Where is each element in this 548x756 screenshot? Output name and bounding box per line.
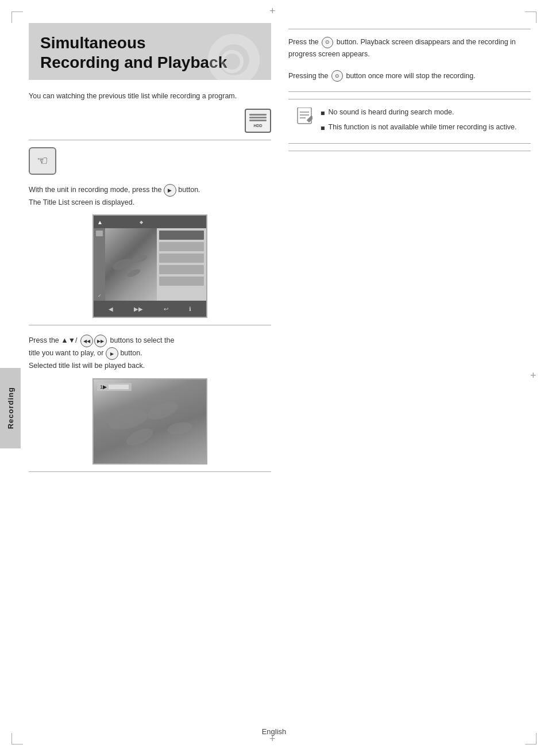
cross-mark-right bbox=[530, 373, 539, 382]
screen-row-3 bbox=[159, 254, 204, 263]
main-content: Simultaneous Recording and Playback You … bbox=[29, 23, 531, 513]
left-column: Simultaneous Recording and Playback You … bbox=[29, 23, 271, 479]
sidebar-recording-label: Recording bbox=[0, 368, 21, 448]
press-btn-2: ⊙ bbox=[331, 70, 343, 82]
press-text-1: Press the ⊙ button. Playback screen disa… bbox=[288, 36, 531, 61]
hdd-icon-container: HDD bbox=[29, 109, 271, 133]
note-item-2: ■ This function is not available while t… bbox=[321, 121, 525, 134]
divider-3 bbox=[29, 471, 271, 472]
hdd-lines bbox=[249, 114, 267, 121]
playback-screen: 1▶ bbox=[92, 378, 207, 465]
sidebar-recording-text: Recording bbox=[6, 387, 15, 429]
svg-point-0 bbox=[111, 257, 133, 273]
screen-bird-image bbox=[105, 228, 157, 301]
corner-mark-tl bbox=[11, 11, 23, 23]
right-divider-bottom bbox=[288, 151, 531, 151]
screen-row-1 bbox=[159, 231, 204, 240]
step2-btn-2: ▶▶ bbox=[94, 335, 107, 347]
divider-2 bbox=[29, 325, 271, 325]
note-item-1: ■ No sound is heard during search mode. bbox=[321, 106, 525, 119]
screen-content: ✓ bbox=[94, 228, 206, 301]
svg-point-2 bbox=[126, 268, 141, 279]
sidebar-checkmark: ✓ bbox=[98, 293, 102, 298]
press-text-2-p2: button once more will stop the recording… bbox=[346, 72, 475, 80]
screen-arrow: ▲ bbox=[97, 219, 103, 225]
screen-top-bar: ▲ ◆ bbox=[94, 216, 206, 228]
note-bullet-1: ■ bbox=[321, 108, 325, 119]
hdd-line-1 bbox=[249, 114, 267, 116]
hdd-line-2 bbox=[249, 117, 267, 118]
cross-mark-bottom bbox=[269, 736, 279, 746]
bottom-btn-2: ▶▶ bbox=[134, 306, 143, 312]
step1-text: With the unit in recording mode, press t… bbox=[29, 182, 271, 209]
screen-row-2 bbox=[159, 242, 204, 251]
screen-bottom-bar: ◀ ▶▶ ↩ ℹ bbox=[94, 301, 206, 317]
note-bullet-2: ■ bbox=[321, 122, 325, 134]
step1-text-line3: The Title List screen is displayed. bbox=[29, 198, 134, 206]
press-btn-1: ⊙ bbox=[322, 37, 333, 48]
right-column: Press the ⊙ button. Playback screen disa… bbox=[288, 23, 531, 479]
language-label: English bbox=[0, 727, 548, 736]
corner-mark-tr bbox=[525, 11, 537, 23]
step2-btn-1: ◀◀ bbox=[80, 335, 93, 347]
note-pencil-icon bbox=[296, 108, 312, 126]
title-line1: Simultaneous bbox=[40, 34, 146, 52]
right-divider-top bbox=[288, 29, 531, 29]
cross-top bbox=[269, 9, 279, 20]
note-items-list: ■ No sound is heard during search mode. … bbox=[321, 106, 525, 136]
svg-point-5 bbox=[145, 399, 180, 423]
divider-1 bbox=[29, 140, 271, 140]
svg-point-7 bbox=[124, 425, 156, 448]
sidebar-icon-1 bbox=[96, 231, 103, 236]
screen-row-5 bbox=[159, 277, 204, 286]
press-text-2-p1: Pressing the bbox=[288, 72, 328, 80]
title-deco-circle-inner bbox=[221, 50, 244, 73]
step2-text: Press the ▲▼/ ◀◀ ▶▶ buttons to select th… bbox=[29, 332, 271, 372]
bottom-btn-3: ↩ bbox=[164, 306, 168, 312]
cross-bottom bbox=[269, 736, 279, 747]
step2-btn-enter: ▶ bbox=[106, 347, 118, 360]
screen-top-dot: ◆ bbox=[140, 220, 143, 225]
cross-mark-top bbox=[269, 9, 279, 18]
bird-svg bbox=[108, 244, 154, 285]
step2-text-p1: Press the ▲▼/ bbox=[29, 337, 78, 345]
step2-text-p6: Selected title list will be played back. bbox=[29, 362, 145, 370]
language-text: English bbox=[262, 727, 287, 736]
step1-icon: ☜ bbox=[29, 147, 56, 175]
cross-right bbox=[530, 373, 539, 383]
step1-text-line2: button. bbox=[178, 186, 200, 194]
bottom-btn-1: ◀ bbox=[109, 306, 113, 312]
screen-left-sidebar: ✓ bbox=[94, 228, 105, 301]
note-box: ■ No sound is heard during search mode. … bbox=[288, 99, 531, 144]
step2-text-p3: title you want to play, bbox=[29, 350, 95, 358]
bottom-btn-4: ℹ bbox=[189, 306, 191, 312]
title-box: Simultaneous Recording and Playback bbox=[29, 23, 271, 80]
step2-text-p2: buttons to select the bbox=[110, 337, 174, 345]
hdd-label: HDD bbox=[253, 124, 262, 128]
note-item-1-text: No sound is heard during search mode. bbox=[329, 106, 454, 119]
hdd-line-3 bbox=[249, 120, 267, 121]
step1-container: ☜ bbox=[29, 147, 271, 175]
right-divider-mid bbox=[288, 91, 531, 92]
svg-point-1 bbox=[131, 254, 148, 264]
press-section-2: Pressing the ⊙ button once more will sto… bbox=[288, 70, 531, 82]
sidebar-icon-2 bbox=[96, 238, 103, 244]
step2-text-p5: button. bbox=[120, 350, 142, 358]
press-text-1-p1: Press the bbox=[288, 38, 319, 46]
press-text-2: Pressing the ⊙ button once more will sto… bbox=[288, 70, 531, 82]
screen-right-panel bbox=[157, 228, 206, 301]
title-list-screen: ▲ ◆ ✓ bbox=[92, 214, 207, 318]
screen-left-panel bbox=[105, 228, 157, 301]
screen-row-4 bbox=[159, 265, 204, 274]
note-item-2-text: This function is not available while tim… bbox=[329, 121, 517, 134]
note-icon-container bbox=[294, 106, 315, 127]
playback-bird-svg bbox=[94, 379, 207, 465]
intro-text: You can watching the previous title list… bbox=[29, 90, 271, 102]
hdd-icon: HDD bbox=[245, 109, 271, 133]
step2-btn-group: ◀◀ ▶▶ bbox=[80, 335, 107, 347]
press-section-1: Press the ⊙ button. Playback screen disa… bbox=[288, 36, 531, 61]
hand-icon: ☜ bbox=[37, 153, 48, 168]
step1-button-icon: ▶ bbox=[164, 184, 176, 197]
title-line2: Recording and Playback bbox=[40, 53, 227, 71]
svg-point-6 bbox=[167, 420, 194, 436]
